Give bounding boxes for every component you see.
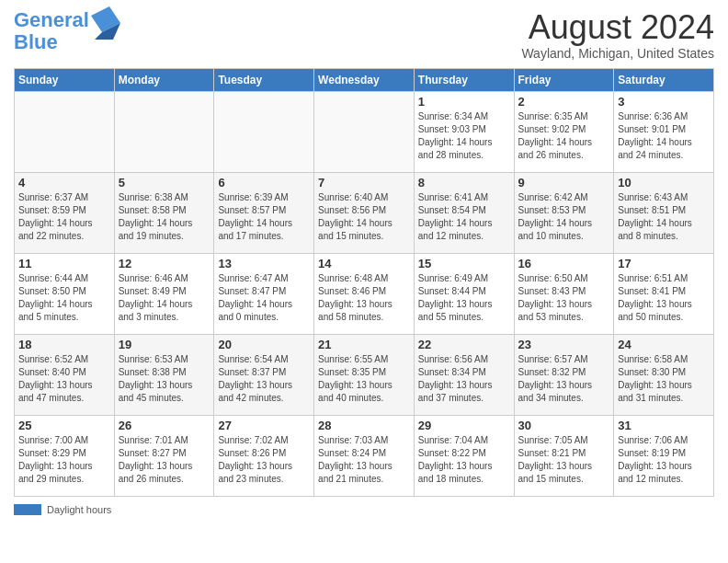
day-info: Sunrise: 6:55 AM Sunset: 8:35 PM Dayligh… bbox=[318, 353, 410, 405]
calendar-cell: 23Sunrise: 6:57 AM Sunset: 8:32 PM Dayli… bbox=[514, 334, 614, 415]
day-info: Sunrise: 6:36 AM Sunset: 9:01 PM Dayligh… bbox=[618, 110, 710, 162]
day-info: Sunrise: 6:47 AM Sunset: 8:47 PM Dayligh… bbox=[218, 272, 310, 324]
calendar-cell: 3Sunrise: 6:36 AM Sunset: 9:01 PM Daylig… bbox=[614, 91, 714, 172]
day-info: Sunrise: 6:44 AM Sunset: 8:50 PM Dayligh… bbox=[18, 272, 110, 324]
calendar-cell: 16Sunrise: 6:50 AM Sunset: 8:43 PM Dayli… bbox=[514, 253, 614, 334]
day-info: Sunrise: 6:41 AM Sunset: 8:54 PM Dayligh… bbox=[418, 191, 510, 243]
day-info: Sunrise: 7:04 AM Sunset: 8:22 PM Dayligh… bbox=[418, 434, 510, 486]
day-info: Sunrise: 7:06 AM Sunset: 8:19 PM Dayligh… bbox=[618, 434, 710, 486]
day-number: 4 bbox=[18, 176, 110, 190]
day-info: Sunrise: 6:51 AM Sunset: 8:41 PM Dayligh… bbox=[618, 272, 710, 324]
day-info: Sunrise: 6:58 AM Sunset: 8:30 PM Dayligh… bbox=[618, 353, 710, 405]
day-number: 14 bbox=[318, 257, 410, 270]
calendar-cell bbox=[214, 91, 314, 172]
day-number: 25 bbox=[18, 419, 110, 432]
title-area: August 2024 Wayland, Michigan, United St… bbox=[521, 9, 714, 61]
calendar-week-row: 11Sunrise: 6:44 AM Sunset: 8:50 PM Dayli… bbox=[15, 253, 714, 334]
day-info: Sunrise: 7:01 AM Sunset: 8:27 PM Dayligh… bbox=[119, 434, 210, 486]
calendar-cell: 9Sunrise: 6:42 AM Sunset: 8:53 PM Daylig… bbox=[514, 172, 614, 253]
calendar-cell: 4Sunrise: 6:37 AM Sunset: 8:59 PM Daylig… bbox=[15, 172, 115, 253]
day-number: 12 bbox=[119, 257, 210, 270]
logo: GeneralBlue bbox=[14, 9, 120, 53]
day-number: 11 bbox=[18, 257, 110, 270]
day-number: 17 bbox=[618, 257, 710, 270]
day-number: 15 bbox=[418, 257, 510, 270]
day-number: 13 bbox=[218, 257, 310, 270]
day-number: 22 bbox=[418, 338, 510, 351]
day-info: Sunrise: 6:43 AM Sunset: 8:51 PM Dayligh… bbox=[618, 191, 710, 243]
calendar-cell: 13Sunrise: 6:47 AM Sunset: 8:47 PM Dayli… bbox=[214, 253, 314, 334]
calendar-cell: 5Sunrise: 6:38 AM Sunset: 8:58 PM Daylig… bbox=[114, 172, 214, 253]
day-number: 7 bbox=[318, 176, 410, 190]
calendar-week-row: 4Sunrise: 6:37 AM Sunset: 8:59 PM Daylig… bbox=[15, 172, 714, 253]
header: GeneralBlue August 2024 Wayland, Michiga… bbox=[14, 9, 714, 61]
day-number: 9 bbox=[518, 176, 610, 190]
day-number: 23 bbox=[518, 338, 610, 351]
day-number: 28 bbox=[318, 419, 410, 432]
calendar-cell: 14Sunrise: 6:48 AM Sunset: 8:46 PM Dayli… bbox=[314, 253, 415, 334]
calendar-cell: 28Sunrise: 7:03 AM Sunset: 8:24 PM Dayli… bbox=[314, 415, 415, 496]
calendar-cell: 10Sunrise: 6:43 AM Sunset: 8:51 PM Dayli… bbox=[614, 172, 714, 253]
day-info: Sunrise: 6:40 AM Sunset: 8:56 PM Dayligh… bbox=[318, 191, 410, 243]
day-info: Sunrise: 6:39 AM Sunset: 8:57 PM Dayligh… bbox=[218, 191, 310, 243]
calendar-cell bbox=[15, 91, 115, 172]
calendar-cell bbox=[114, 91, 214, 172]
legend: Daylight hours bbox=[14, 504, 714, 515]
day-info: Sunrise: 6:52 AM Sunset: 8:40 PM Dayligh… bbox=[18, 353, 110, 405]
day-number: 31 bbox=[618, 419, 710, 432]
col-header-friday: Friday bbox=[514, 68, 614, 91]
day-number: 27 bbox=[218, 419, 310, 432]
col-header-sunday: Sunday bbox=[15, 68, 115, 91]
location: Wayland, Michigan, United States bbox=[521, 46, 714, 61]
day-number: 3 bbox=[618, 95, 710, 109]
calendar-cell: 11Sunrise: 6:44 AM Sunset: 8:50 PM Dayli… bbox=[15, 253, 115, 334]
month-year: August 2024 bbox=[521, 9, 714, 46]
day-info: Sunrise: 7:02 AM Sunset: 8:26 PM Dayligh… bbox=[218, 434, 310, 486]
logo-icon bbox=[91, 6, 120, 40]
calendar-week-row: 1Sunrise: 6:34 AM Sunset: 9:03 PM Daylig… bbox=[15, 91, 714, 172]
day-info: Sunrise: 6:53 AM Sunset: 8:38 PM Dayligh… bbox=[119, 353, 210, 405]
col-header-saturday: Saturday bbox=[614, 68, 714, 91]
calendar-cell: 29Sunrise: 7:04 AM Sunset: 8:22 PM Dayli… bbox=[414, 415, 514, 496]
day-number: 1 bbox=[418, 95, 510, 109]
calendar-cell: 17Sunrise: 6:51 AM Sunset: 8:41 PM Dayli… bbox=[614, 253, 714, 334]
day-number: 6 bbox=[218, 176, 310, 190]
calendar-table: SundayMondayTuesdayWednesdayThursdayFrid… bbox=[14, 68, 714, 497]
day-info: Sunrise: 6:48 AM Sunset: 8:46 PM Dayligh… bbox=[318, 272, 410, 324]
day-info: Sunrise: 6:56 AM Sunset: 8:34 PM Dayligh… bbox=[418, 353, 510, 405]
calendar-cell: 27Sunrise: 7:02 AM Sunset: 8:26 PM Dayli… bbox=[214, 415, 314, 496]
day-info: Sunrise: 6:46 AM Sunset: 8:49 PM Dayligh… bbox=[119, 272, 210, 324]
calendar-cell: 19Sunrise: 6:53 AM Sunset: 8:38 PM Dayli… bbox=[114, 334, 214, 415]
calendar-cell: 24Sunrise: 6:58 AM Sunset: 8:30 PM Dayli… bbox=[614, 334, 714, 415]
day-info: Sunrise: 6:38 AM Sunset: 8:58 PM Dayligh… bbox=[119, 191, 210, 243]
calendar-cell: 20Sunrise: 6:54 AM Sunset: 8:37 PM Dayli… bbox=[214, 334, 314, 415]
day-info: Sunrise: 6:54 AM Sunset: 8:37 PM Dayligh… bbox=[218, 353, 310, 405]
calendar-cell: 25Sunrise: 7:00 AM Sunset: 8:29 PM Dayli… bbox=[15, 415, 115, 496]
day-number: 24 bbox=[618, 338, 710, 351]
calendar-cell: 21Sunrise: 6:55 AM Sunset: 8:35 PM Dayli… bbox=[314, 334, 415, 415]
calendar-cell: 22Sunrise: 6:56 AM Sunset: 8:34 PM Dayli… bbox=[414, 334, 514, 415]
day-number: 5 bbox=[119, 176, 210, 190]
col-header-tuesday: Tuesday bbox=[214, 68, 314, 91]
calendar-cell: 15Sunrise: 6:49 AM Sunset: 8:44 PM Dayli… bbox=[414, 253, 514, 334]
day-info: Sunrise: 6:42 AM Sunset: 8:53 PM Dayligh… bbox=[518, 191, 610, 243]
calendar-cell: 2Sunrise: 6:35 AM Sunset: 9:02 PM Daylig… bbox=[514, 91, 614, 172]
day-number: 18 bbox=[18, 338, 110, 351]
day-info: Sunrise: 7:00 AM Sunset: 8:29 PM Dayligh… bbox=[18, 434, 110, 486]
calendar-week-row: 18Sunrise: 6:52 AM Sunset: 8:40 PM Dayli… bbox=[15, 334, 714, 415]
calendar-cell: 18Sunrise: 6:52 AM Sunset: 8:40 PM Dayli… bbox=[15, 334, 115, 415]
calendar-cell: 26Sunrise: 7:01 AM Sunset: 8:27 PM Dayli… bbox=[114, 415, 214, 496]
logo-text: GeneralBlue bbox=[14, 9, 89, 53]
legend-label: Daylight hours bbox=[47, 504, 111, 515]
day-info: Sunrise: 6:35 AM Sunset: 9:02 PM Dayligh… bbox=[518, 110, 610, 162]
day-number: 16 bbox=[518, 257, 610, 270]
calendar-cell: 7Sunrise: 6:40 AM Sunset: 8:56 PM Daylig… bbox=[314, 172, 415, 253]
calendar-cell: 8Sunrise: 6:41 AM Sunset: 8:54 PM Daylig… bbox=[414, 172, 514, 253]
calendar-cell: 30Sunrise: 7:05 AM Sunset: 8:21 PM Dayli… bbox=[514, 415, 614, 496]
calendar-cell bbox=[314, 91, 415, 172]
calendar-cell: 6Sunrise: 6:39 AM Sunset: 8:57 PM Daylig… bbox=[214, 172, 314, 253]
day-number: 8 bbox=[418, 176, 510, 190]
day-number: 26 bbox=[119, 419, 210, 432]
calendar-cell: 1Sunrise: 6:34 AM Sunset: 9:03 PM Daylig… bbox=[414, 91, 514, 172]
day-info: Sunrise: 6:34 AM Sunset: 9:03 PM Dayligh… bbox=[418, 110, 510, 162]
